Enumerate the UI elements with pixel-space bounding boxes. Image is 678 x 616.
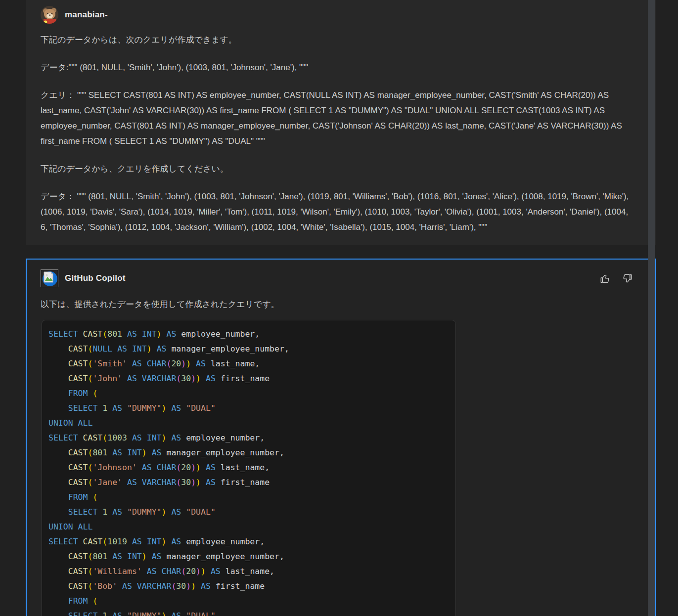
- copilot-intro-text: 以下は、提供されたデータを使用して作成されたクエリです。: [41, 297, 634, 312]
- thumbs-up-icon: [599, 273, 610, 284]
- code-line: FROM (: [48, 386, 448, 401]
- teddy-bear-avatar-image: [41, 6, 58, 24]
- user-message-header: manabian-: [41, 6, 635, 24]
- code-line: CAST('Bob' AS VARCHAR(30)) AS first_name: [48, 579, 448, 594]
- code-line: FROM (: [48, 594, 448, 609]
- code-line: CAST('Smith' AS CHAR(20)) AS last_name,: [48, 356, 448, 371]
- code-line: CAST(NULL AS INT) AS manager_employee_nu…: [48, 342, 448, 356]
- copilot-avatar: [41, 269, 58, 287]
- thumbs-down-icon: [622, 273, 633, 284]
- copilot-image-file-icon: [41, 269, 58, 287]
- code-line: SELECT 1 AS "DUMMY") AS "DUAL": [48, 401, 448, 416]
- vertical-scrollbar-thumb[interactable]: [648, 0, 655, 616]
- user-intro-text: 下記のデータからは、次のクエリが作成できます。: [41, 32, 635, 47]
- code-line: SELECT 1 AS "DUMMY") AS "DUAL": [48, 505, 448, 520]
- sql-code-block[interactable]: SELECT CAST(801 AS INT) AS employee_numb…: [42, 320, 456, 616]
- code-line: CAST(801 AS INT) AS manager_employee_num…: [48, 445, 448, 460]
- thumbs-up-button[interactable]: [598, 272, 611, 285]
- user-request-text: 下記のデータから、クエリを作成してください。: [41, 161, 635, 176]
- user-author-name: manabian-: [65, 10, 108, 20]
- user-full-data-text: データ： """ (801, NULL, 'Smith', 'John'), (…: [41, 189, 635, 235]
- user-message: manabian- 下記のデータからは、次のクエリが作成できます。 データ:""…: [26, 0, 656, 245]
- code-line: SELECT CAST(801 AS INT) AS employee_numb…: [48, 327, 448, 342]
- copilot-message-header: GitHub Copilot: [41, 269, 634, 287]
- code-line: FROM (: [48, 490, 448, 505]
- code-line: UNION ALL: [48, 416, 448, 431]
- code-line: SELECT 1 AS "DUMMY") AS "DUAL": [48, 609, 448, 616]
- user-avatar: [41, 6, 58, 24]
- code-line: CAST('Jane' AS VARCHAR(30)) AS first_nam…: [48, 475, 448, 490]
- feedback-actions: [598, 272, 634, 285]
- copilot-author-name: GitHub Copilot: [65, 273, 126, 283]
- thumbs-down-button[interactable]: [621, 272, 634, 285]
- code-line: SELECT CAST(1003 AS INT) AS employee_num…: [48, 431, 448, 445]
- user-sample-data-text: データ:""" (801, NULL, 'Smith', 'John'), (1…: [41, 60, 635, 75]
- code-line: UNION ALL: [48, 520, 448, 534]
- user-sample-query-text: クエリ： """ SELECT CAST(801 AS INT) AS empl…: [41, 88, 635, 149]
- code-line: CAST('John' AS VARCHAR(30)) AS first_nam…: [48, 371, 448, 386]
- copilot-message: GitHub Copilot 以下は、提供されたデータを使用して作成されたクエリ…: [26, 259, 656, 616]
- code-line: SELECT CAST(1019 AS INT) AS employee_num…: [48, 534, 448, 549]
- code-line: CAST(801 AS INT) AS manager_employee_num…: [48, 549, 448, 564]
- copilot-chat-panel: manabian- 下記のデータからは、次のクエリが作成できます。 データ:""…: [0, 0, 678, 616]
- code-line: CAST('Williams' AS CHAR(20)) AS last_nam…: [48, 564, 448, 579]
- code-line: CAST('Johnson' AS CHAR(20)) AS last_name…: [48, 460, 448, 475]
